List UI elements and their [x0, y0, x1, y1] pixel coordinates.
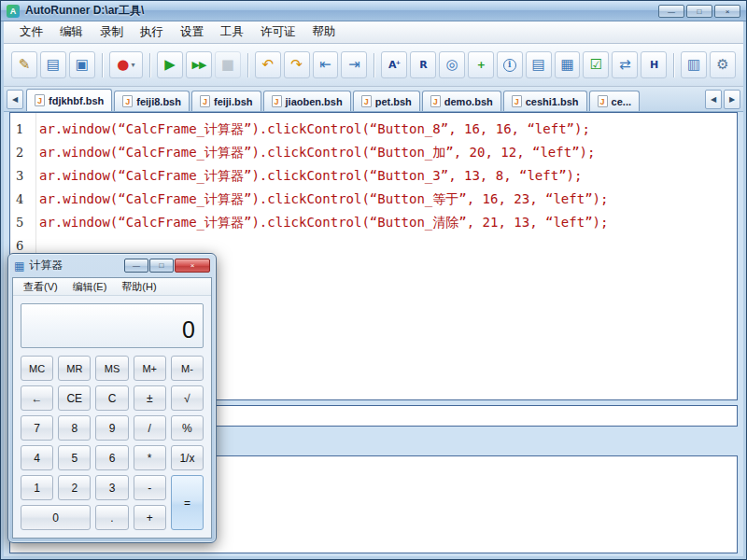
run-icon: ▶ [164, 58, 176, 72]
calc-key-3[interactable]: 3 [95, 475, 128, 500]
menu-item-record[interactable]: 录制 [92, 21, 132, 43]
calc-key-memory-recall[interactable]: MR [58, 356, 91, 381]
add-object-button[interactable]: + [468, 51, 494, 78]
run-continuous-button[interactable]: ▶▶ [186, 51, 212, 78]
save-script-button[interactable]: ▣ [69, 51, 95, 78]
title-bar[interactable]: A AutoRunner D:\ar工具\ — □ × [1, 1, 746, 21]
menu-item-license[interactable]: 许可证 [252, 21, 304, 43]
jump-forward-icon: ⇥ [348, 58, 360, 72]
tab-label: ce... [612, 96, 631, 107]
calc-key-clear[interactable]: C [95, 385, 128, 411]
add-object-icon: + [477, 60, 485, 70]
calc-key-8[interactable]: 8 [58, 415, 91, 441]
calc-key-2[interactable]: 2 [58, 475, 91, 500]
new-script-icon: ✎ [19, 58, 31, 72]
calc-key-divide[interactable]: / [134, 415, 166, 441]
menu-item-file[interactable]: 文件 [11, 21, 51, 43]
close-button[interactable]: × [714, 5, 740, 18]
calc-menu-edit[interactable]: 编辑(E) [65, 278, 115, 295]
open-script-icon: ▤ [47, 58, 60, 72]
menu-item-edit[interactable]: 编辑 [51, 21, 92, 43]
code-line[interactable]: 5ar.window(“CalcFrame_计算器”).clickControl… [10, 211, 737, 234]
calc-key-subtract[interactable]: - [134, 475, 166, 500]
undo-button[interactable]: ↶ [255, 51, 281, 78]
calculator-title-bar[interactable]: ▦ 计算器 — □ × [12, 254, 212, 277]
replace-button[interactable]: R [410, 51, 436, 78]
calc-key-memory-store[interactable]: MS [95, 356, 128, 381]
data-table-button[interactable]: ▦ [555, 51, 581, 78]
calc-key-1[interactable]: 1 [21, 475, 53, 500]
tab-ceshi1-bsh[interactable]: Jceshi1.bsh [503, 91, 587, 111]
new-script-button[interactable]: ✎ [11, 51, 37, 78]
calc-menu-view[interactable]: 查看(V) [16, 278, 65, 295]
menu-item-run[interactable]: 执行 [132, 21, 172, 43]
object-info-button[interactable]: i [497, 51, 523, 78]
replace-icon: R [419, 60, 426, 70]
run-button[interactable]: ▶ [157, 51, 183, 78]
calc-key-6[interactable]: 6 [95, 445, 128, 470]
settings-button[interactable]: ⚙ [710, 51, 736, 78]
calculator-display: 0 [21, 303, 204, 348]
code-line[interactable]: 1ar.window(“CalcFrame_计算器”).clickControl… [10, 118, 737, 141]
line-number: 2 [10, 146, 32, 160]
calc-key-add[interactable]: + [134, 505, 166, 530]
calc-key-5[interactable]: 5 [58, 445, 91, 470]
redo-button[interactable]: ↷ [284, 51, 310, 78]
calc-maximize-button[interactable]: □ [149, 259, 174, 273]
menu-item-tools[interactable]: 工具 [212, 21, 252, 43]
line-number: 3 [10, 169, 32, 183]
sync-button[interactable]: ⇄ [612, 51, 638, 78]
dual-display-button[interactable]: ▥ [681, 51, 707, 78]
script-view-button[interactable]: ▤ [526, 51, 552, 78]
calc-minimize-button[interactable]: — [124, 259, 148, 273]
tab-label: fdjkhbf.bsh [49, 95, 104, 106]
tab-feiji8-bsh[interactable]: Jfeiji8.bsh [114, 91, 190, 111]
tab-fdjkhbf-bsh[interactable]: Jfdjkhbf.bsh [26, 89, 112, 111]
calc-key-7[interactable]: 7 [21, 415, 53, 441]
checkpoint-button[interactable]: ◎ [439, 51, 465, 78]
calc-key-multiply[interactable]: * [134, 445, 166, 470]
redo-icon: ↷ [290, 58, 303, 72]
calc-key-memory-subtract[interactable]: M- [171, 356, 204, 381]
tab-scroll-left-button[interactable]: ◀ [7, 90, 23, 109]
calc-key-backspace[interactable]: ← [21, 385, 53, 411]
jump-forward-button[interactable]: ⇥ [341, 51, 367, 78]
calc-menu-help[interactable]: 帮助(H) [114, 278, 163, 295]
tab-ce[interactable]: Jce... [589, 91, 640, 111]
verify-button[interactable]: ☑ [583, 51, 609, 78]
code-line[interactable]: 2ar.window(“CalcFrame_计算器”).clickControl… [10, 141, 737, 164]
jump-back-button[interactable]: ⇤ [313, 51, 339, 78]
tab-scroll-prev-button[interactable]: ◀ [705, 90, 722, 109]
tab-demo-bsh[interactable]: Jdemo.bsh [422, 91, 501, 111]
menu-item-help[interactable]: 帮助 [304, 21, 345, 43]
calc-key-equals[interactable]: = [171, 475, 204, 530]
code-line[interactable]: 3ar.window(“CalcFrame_计算器”).clickControl… [10, 164, 737, 188]
calc-key-negate[interactable]: ± [134, 385, 166, 411]
calc-key-sqrt[interactable]: √ [171, 385, 204, 411]
calc-close-button[interactable]: × [175, 259, 210, 273]
tab-jiaoben-bsh[interactable]: Jjiaoben.bsh [263, 91, 351, 111]
calc-key-9[interactable]: 9 [95, 415, 128, 441]
toolbar-separator [149, 53, 150, 77]
menu-item-settings[interactable]: 设置 [172, 21, 212, 43]
calc-key-decimal[interactable]: . [95, 505, 128, 530]
minimize-button[interactable]: — [658, 5, 684, 18]
calc-key-percent[interactable]: % [171, 415, 204, 441]
maximize-button[interactable]: □ [686, 5, 712, 18]
open-script-button[interactable]: ▤ [40, 51, 66, 78]
calc-key-4[interactable]: 4 [21, 445, 53, 470]
tab-feiji-bsh[interactable]: Jfeiji.bsh [191, 91, 261, 111]
tab-scroll-next-button[interactable]: ▶ [724, 90, 740, 109]
calc-key-0[interactable]: 0 [21, 505, 91, 530]
calc-key-reciprocal[interactable]: 1/x [171, 445, 204, 470]
tab-pet-bsh[interactable]: Jpet.bsh [353, 91, 420, 111]
record-button[interactable]: ●▾ [109, 51, 144, 78]
font-size-button[interactable]: A⁺ [381, 51, 407, 78]
calc-key-memory-add[interactable]: M+ [134, 356, 166, 381]
code-line[interactable]: 4ar.window(“CalcFrame_计算器”).clickControl… [10, 188, 737, 211]
object-spy-button[interactable]: H [641, 51, 667, 78]
calc-key-clear-entry[interactable]: CE [58, 385, 91, 411]
tab-label: jiaoben.bsh [286, 96, 343, 107]
calc-key-memory-clear[interactable]: MC [21, 356, 53, 381]
script-file-icon: J [35, 94, 45, 106]
